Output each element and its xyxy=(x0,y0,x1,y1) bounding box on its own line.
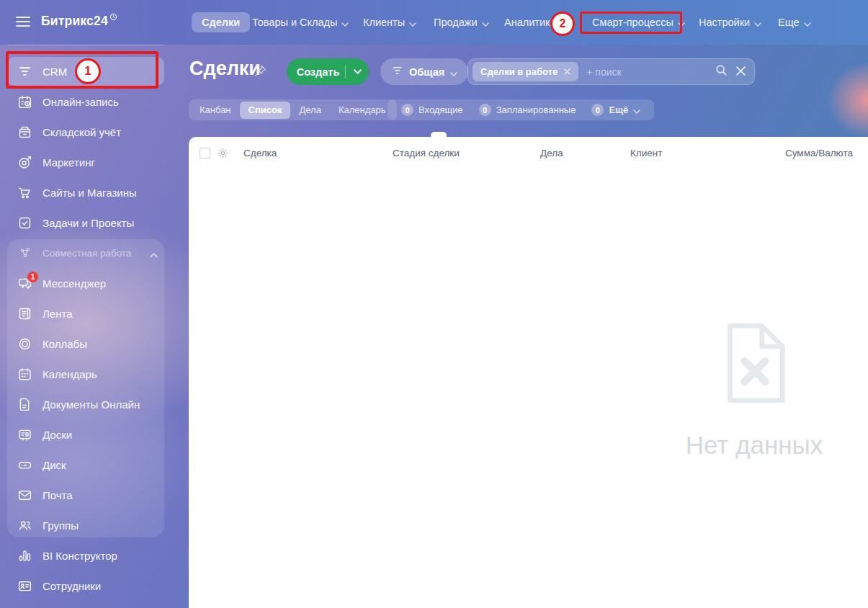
top-bar: Битрикс24 Сделки Товары и Склады Клиенты… xyxy=(0,0,868,45)
search-input[interactable]: Сделки в работе + поиск xyxy=(467,58,755,85)
bar-chart-icon xyxy=(17,548,32,563)
deals-table-panel: Сделка Стадия сделки Дела Клиент Сумма/В… xyxy=(189,137,868,608)
topnav-clients[interactable]: Клиенты xyxy=(360,12,419,32)
sidebar-divider xyxy=(7,45,164,45)
funnel-icon xyxy=(391,65,403,79)
chevron-down-icon xyxy=(482,17,489,29)
clock-icon xyxy=(109,9,117,24)
sidebar-item-drive[interactable]: Диск xyxy=(0,450,176,480)
tab-calendar[interactable]: Календарь xyxy=(330,102,395,119)
topnav-products-warehouses[interactable]: Товары и Склады xyxy=(249,12,352,32)
topnav-deals[interactable]: Сделки xyxy=(192,12,250,32)
counter-planned[interactable]: 0 Запланированные xyxy=(471,104,584,116)
feed-icon xyxy=(17,306,32,321)
page-title: Сделки xyxy=(189,58,261,80)
check-square-icon xyxy=(17,215,32,231)
column-header-client[interactable]: Клиент xyxy=(630,148,662,158)
tab-activities[interactable]: Дела xyxy=(290,102,329,119)
chevron-down-icon xyxy=(754,17,761,29)
calendar-icon xyxy=(17,367,32,382)
sidebar-item-inventory[interactable]: Складской учёт xyxy=(0,117,176,147)
search-filter-chip[interactable]: Сделки в работе xyxy=(473,62,578,81)
topnav-smart-processes[interactable]: Смарт-процессы xyxy=(589,12,688,32)
chip-close-icon[interactable] xyxy=(564,66,571,77)
counters-bar: 0 Входящие 0 Запланированные 0 Ещё xyxy=(388,99,654,120)
sidebar-item-docs-online[interactable]: Документы Онлайн xyxy=(0,389,176,419)
sidebar-item-groups[interactable]: Группы xyxy=(0,510,176,540)
sidebar-item-label: Диск xyxy=(42,459,66,471)
search-icon[interactable] xyxy=(715,64,728,79)
chevron-down-icon xyxy=(409,17,416,29)
topnav-settings[interactable]: Настройки xyxy=(696,12,764,32)
counter-badge: 0 xyxy=(479,104,491,116)
sidebar-item-label: Сайты и Магазины xyxy=(42,187,137,199)
sidebar-item-collabs[interactable]: Коллабы xyxy=(0,328,176,359)
chevron-down-icon xyxy=(341,17,349,29)
chat-icon: 1 xyxy=(17,276,32,291)
tab-kanban[interactable]: Канбан xyxy=(191,102,240,119)
sidebar-item-tasks-projects[interactable]: Задачи и Проекты xyxy=(0,207,176,238)
topnav-analytics[interactable]: Аналитика xyxy=(501,12,571,32)
sidebar-item-label: Группы xyxy=(42,519,79,532)
sidebar-item-sites-stores[interactable]: Сайты и Магазины xyxy=(0,177,176,207)
drive-icon xyxy=(17,457,32,473)
sidebar-item-label: Лента xyxy=(42,308,73,320)
chevron-up-icon[interactable] xyxy=(150,249,158,260)
sidebar-item-marketing[interactable]: Маркетинг xyxy=(0,147,176,177)
column-header-stage[interactable]: Стадия сделки xyxy=(393,148,460,158)
counter-more[interactable]: 0 Ещё xyxy=(583,104,648,116)
calendar-clock-icon xyxy=(17,94,32,109)
logo-text: Битрикс24 xyxy=(41,14,108,28)
warehouse-box-icon xyxy=(17,125,32,140)
clear-search-icon[interactable] xyxy=(736,66,746,79)
empty-state-text: Нет данных xyxy=(668,431,841,460)
select-all-checkbox[interactable] xyxy=(200,148,210,158)
sidebar-section-collaboration[interactable]: Совместная работа xyxy=(0,238,176,268)
collaboration-icon xyxy=(17,246,32,261)
counter-badge: 0 xyxy=(401,104,413,116)
crm-funnel-icon xyxy=(17,64,32,79)
chevron-down-icon xyxy=(450,67,457,79)
sidebar: Онлайн-запись Складской учёт Маркетинг С… xyxy=(0,86,176,601)
column-header-deal[interactable]: Сделка xyxy=(243,148,277,158)
sidebar-section-label: Совместная работа xyxy=(42,248,132,259)
chevron-down-icon xyxy=(560,17,568,29)
document-icon xyxy=(17,397,32,412)
tab-list[interactable]: Список xyxy=(240,102,291,119)
column-header-amount-currency[interactable]: Сумма/Валюта xyxy=(785,148,853,158)
people-icon xyxy=(17,518,32,533)
sidebar-item-label: Сотрудники xyxy=(42,580,101,592)
filter-preset-button[interactable]: Общая xyxy=(380,58,468,85)
chevron-down-icon xyxy=(678,17,685,29)
topnav-more[interactable]: Еще xyxy=(775,12,814,32)
column-header-activities[interactable]: Дела xyxy=(540,148,563,158)
chevron-down-icon[interactable] xyxy=(346,69,369,74)
wallpaper-pink-shape xyxy=(827,62,868,138)
bitrix24-app: Битрикс24 Сделки Товары и Склады Клиенты… xyxy=(0,0,868,608)
sidebar-item-bi-builder[interactable]: BI Конструктор xyxy=(0,540,176,571)
mail-icon xyxy=(17,488,32,503)
sidebar-item-label: Мессенджер xyxy=(42,277,106,290)
create-button[interactable]: Создать xyxy=(287,58,369,85)
sidebar-item-label: Складской учёт xyxy=(42,126,121,138)
sidebar-item-boards[interactable]: Доски xyxy=(0,419,176,450)
menu-icon[interactable] xyxy=(16,17,30,28)
counter-incoming[interactable]: 0 Входящие xyxy=(393,104,471,116)
sidebar-item-calendar[interactable]: Календарь xyxy=(0,359,176,389)
sidebar-item-crm[interactable]: CRM xyxy=(7,57,164,86)
counter-badge: 0 xyxy=(591,104,604,116)
id-card-icon xyxy=(17,578,32,594)
sidebar-item-feed[interactable]: Лента xyxy=(0,298,176,328)
gear-icon[interactable] xyxy=(218,148,228,161)
sidebar-item-label: Онлайн-запись xyxy=(42,96,119,108)
pin-icon[interactable] xyxy=(254,64,267,81)
chevron-down-icon xyxy=(633,105,640,116)
sidebar-item-messenger[interactable]: 1 Мессенджер xyxy=(0,268,176,298)
topnav-sales[interactable]: Продажи xyxy=(431,12,492,32)
sidebar-item-mail[interactable]: Почта xyxy=(0,480,176,510)
chevron-down-icon xyxy=(804,17,811,29)
sidebar-item-employees[interactable]: Сотрудники xyxy=(0,571,176,601)
sidebar-item-online-booking[interactable]: Онлайн-запись xyxy=(0,86,176,117)
messenger-unread-badge: 1 xyxy=(27,272,38,282)
app-logo[interactable]: Битрикс24 xyxy=(41,14,116,29)
